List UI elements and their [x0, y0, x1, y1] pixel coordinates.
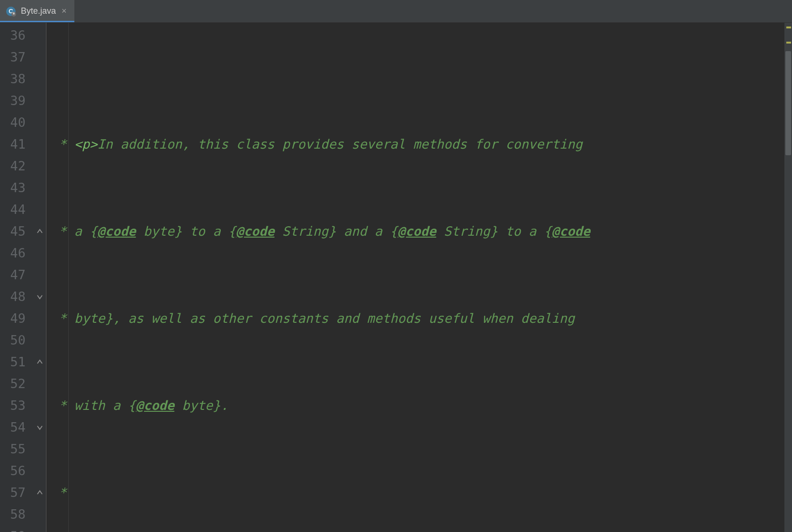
- line-number[interactable]: 36: [0, 25, 26, 46]
- tab-byte-java[interactable]: C Byte.java ×: [0, 0, 74, 22]
- line-number[interactable]: 38: [0, 68, 26, 90]
- line-number[interactable]: 42: [0, 155, 26, 177]
- fold-end-icon[interactable]: [36, 488, 44, 497]
- error-stripe-marker[interactable]: [786, 42, 791, 44]
- line-number[interactable]: 48: [0, 286, 26, 308]
- line-number[interactable]: 51: [0, 351, 26, 373]
- line-number[interactable]: 40: [0, 112, 26, 133]
- line-number[interactable]: 52: [0, 373, 26, 395]
- fold-gutter[interactable]: [33, 23, 46, 532]
- line-number-gutter[interactable]: 3637383940414243444546474849505152535455…: [0, 23, 33, 532]
- code-area[interactable]: * <p>In addition, this class provides se…: [46, 23, 792, 532]
- line-number[interactable]: 59: [0, 525, 26, 532]
- close-icon[interactable]: ×: [61, 6, 68, 16]
- code-line: * a {@code byte} to a {@code String} and…: [51, 221, 792, 242]
- line-number[interactable]: 46: [0, 242, 26, 264]
- code-line: * <p>In addition, this class provides se…: [51, 133, 792, 155]
- line-number[interactable]: 41: [0, 133, 26, 155]
- scrollbar[interactable]: [784, 23, 792, 532]
- java-class-icon: C: [6, 6, 16, 17]
- code-line: *: [51, 482, 792, 504]
- editor: 3637383940414243444546474849505152535455…: [0, 23, 792, 532]
- line-number[interactable]: 43: [0, 177, 26, 199]
- fold-start-icon[interactable]: [36, 423, 44, 432]
- line-number[interactable]: 39: [0, 90, 26, 112]
- line-number[interactable]: 47: [0, 264, 26, 286]
- indent-guide: [68, 23, 69, 532]
- line-number[interactable]: 58: [0, 504, 26, 525]
- error-stripe-marker[interactable]: [786, 27, 791, 28]
- line-number[interactable]: 56: [0, 460, 26, 482]
- line-number[interactable]: 50: [0, 329, 26, 351]
- line-number[interactable]: 44: [0, 199, 26, 221]
- line-number[interactable]: 37: [0, 46, 26, 68]
- line-number[interactable]: 45: [0, 221, 26, 242]
- line-number[interactable]: 49: [0, 308, 26, 329]
- tab-label: Byte.java: [21, 6, 56, 16]
- scrollbar-thumb[interactable]: [785, 51, 791, 155]
- code-line: * with a {@code byte}.: [51, 395, 792, 417]
- line-number[interactable]: 57: [0, 482, 26, 504]
- tab-bar: C Byte.java ×: [0, 0, 792, 23]
- code-line: * byte}, as well as other constants and …: [51, 308, 792, 329]
- fold-end-icon[interactable]: [36, 358, 44, 366]
- fold-end-icon[interactable]: [36, 227, 44, 236]
- line-number[interactable]: 55: [0, 438, 26, 460]
- line-number[interactable]: 53: [0, 395, 26, 417]
- fold-start-icon[interactable]: [36, 293, 44, 301]
- line-number[interactable]: 54: [0, 417, 26, 438]
